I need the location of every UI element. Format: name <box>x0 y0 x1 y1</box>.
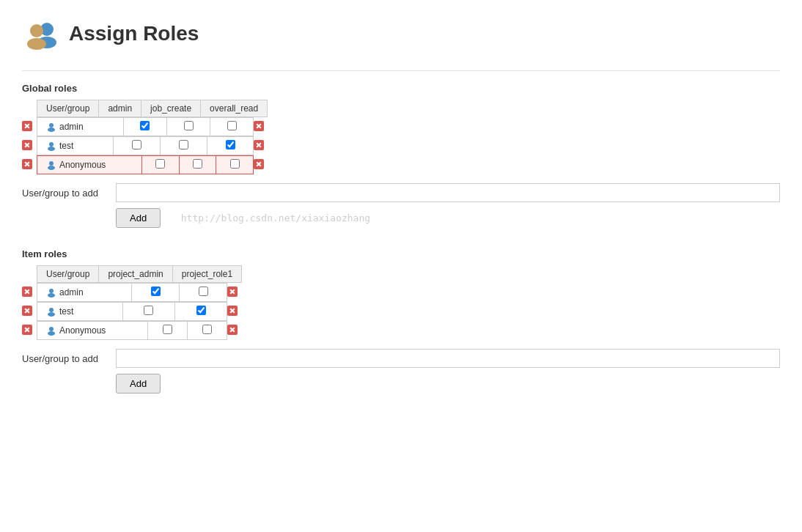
delete-row-right-2[interactable] <box>254 159 264 169</box>
delete-item-right-2[interactable] <box>227 325 238 335</box>
item-add-input[interactable] <box>116 349 780 368</box>
cb-global-admin-2[interactable] <box>155 159 165 169</box>
table-row: admin <box>22 117 282 136</box>
user-cell: admin <box>37 118 124 136</box>
user-cell: Anonymous <box>37 156 142 174</box>
svg-point-4 <box>49 123 54 128</box>
delete-item-right-0[interactable] <box>227 287 238 297</box>
delete-item-left-1[interactable] <box>22 306 32 316</box>
cb-item-padmin-2[interactable] <box>163 325 172 334</box>
global-add-label: User/group to add <box>22 188 110 199</box>
item-roles-title: Item roles <box>22 248 780 259</box>
global-add-input[interactable] <box>116 183 780 202</box>
cb-item-prole-0[interactable] <box>199 287 208 296</box>
cb-item-prole-1[interactable] <box>196 306 206 315</box>
delete-item-left-2[interactable] <box>22 325 32 335</box>
item-col-usergroup: User/group <box>37 266 99 283</box>
delete-row-left-0[interactable] <box>22 121 32 131</box>
table-row: Anonymous <box>22 155 282 174</box>
global-add-button[interactable]: Add <box>116 208 161 228</box>
svg-point-3 <box>27 38 46 50</box>
item-add-btn-row: Add <box>116 374 780 394</box>
svg-point-13 <box>48 312 55 317</box>
item-roles-full-table: User/group project_admin project_role1 a… <box>22 265 257 340</box>
user-icon <box>46 160 56 170</box>
svg-point-11 <box>48 293 55 298</box>
page-header: Assign Roles <box>22 15 780 53</box>
item-col-projectrole1: project_role1 <box>172 266 241 283</box>
cb-global-jobcreate-1[interactable] <box>179 140 188 149</box>
global-col-admin: admin <box>99 100 141 117</box>
cb-global-jobcreate-0[interactable] <box>184 121 194 130</box>
delete-row-left-2[interactable] <box>22 159 32 169</box>
item-roles-section: Item roles User/group project_admin proj… <box>22 248 780 394</box>
item-add-row: User/group to add <box>22 349 780 368</box>
user-icon <box>46 306 56 317</box>
svg-point-2 <box>30 24 43 37</box>
user-icon <box>46 141 56 151</box>
user-icon <box>46 325 56 336</box>
cb-global-jobcreate-2[interactable] <box>193 159 202 169</box>
svg-point-7 <box>48 147 55 151</box>
global-col-usergroup: User/group <box>37 100 99 117</box>
table-row: test <box>22 136 282 155</box>
watermark: http://blog.csdn.net/xiaxiaozhang <box>181 213 370 223</box>
delete-row-right-0[interactable] <box>254 121 264 131</box>
svg-point-14 <box>49 327 54 331</box>
delete-item-left-0[interactable] <box>22 287 32 297</box>
table-row: admin <box>22 283 257 302</box>
item-add-button[interactable]: Add <box>116 374 161 394</box>
global-col-jobcreate: job_create <box>141 100 201 117</box>
user-cell: test <box>37 137 114 155</box>
delete-row-left-1[interactable] <box>22 140 32 150</box>
user-cell: Anonymous <box>37 322 148 340</box>
global-add-row: User/group to add <box>22 183 780 202</box>
user-cell: admin <box>37 284 132 302</box>
cb-global-admin-0[interactable] <box>140 121 150 130</box>
cb-global-overallread-1[interactable] <box>226 140 235 149</box>
page-title: Assign Roles <box>69 22 199 45</box>
svg-point-5 <box>48 128 55 132</box>
cb-item-padmin-1[interactable] <box>144 306 153 315</box>
svg-point-6 <box>49 142 54 147</box>
global-roles-section: Global roles User/group admin job_create… <box>22 83 780 228</box>
item-add-label: User/group to add <box>22 353 110 364</box>
users-icon <box>22 15 60 53</box>
cb-global-overallread-0[interactable] <box>227 121 237 130</box>
cb-item-prole-2[interactable] <box>202 325 212 334</box>
table-row: test <box>22 302 257 321</box>
delete-item-right-1[interactable] <box>227 306 238 316</box>
global-add-btn-row: Add http://blog.csdn.net/xiaxiaozhang <box>116 208 780 228</box>
cb-global-admin-1[interactable] <box>132 140 141 149</box>
cb-global-overallread-2[interactable] <box>230 159 240 169</box>
user-icon <box>46 122 56 132</box>
svg-point-12 <box>49 308 54 312</box>
svg-point-9 <box>48 166 55 170</box>
svg-point-8 <box>49 161 54 166</box>
user-cell: test <box>37 303 123 321</box>
table-row: Anonymous <box>22 321 257 340</box>
item-col-projectadmin: project_admin <box>99 266 172 283</box>
svg-point-15 <box>48 331 55 336</box>
global-col-overallread: overall_read <box>201 100 268 117</box>
global-roles-full-table: User/group admin job_create overall_read… <box>22 100 282 174</box>
cb-item-padmin-0[interactable] <box>151 287 161 296</box>
header-divider <box>22 70 780 71</box>
global-roles-title: Global roles <box>22 83 780 94</box>
svg-point-10 <box>49 289 54 293</box>
user-icon <box>46 287 56 298</box>
delete-row-right-1[interactable] <box>254 140 264 150</box>
